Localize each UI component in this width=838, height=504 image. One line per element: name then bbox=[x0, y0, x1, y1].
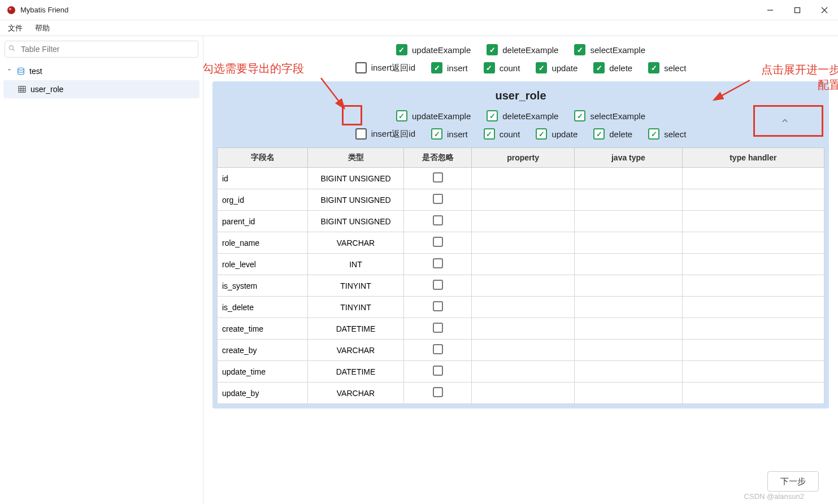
cell-property[interactable] bbox=[472, 297, 575, 318]
close-button[interactable] bbox=[811, 0, 838, 20]
panel-checkbox-updateExample[interactable]: ✓updateExample bbox=[396, 110, 471, 121]
next-button[interactable]: 下一步 bbox=[767, 471, 819, 492]
cell-javatype[interactable] bbox=[575, 383, 682, 404]
table-row[interactable]: is_deleteTINYINT bbox=[218, 297, 824, 318]
checkbox-insertReturnId[interactable]: insert返回id bbox=[355, 62, 415, 73]
cell-ignore[interactable] bbox=[404, 168, 472, 189]
cell-typehandler[interactable] bbox=[682, 275, 824, 297]
checkbox-icon[interactable] bbox=[433, 215, 443, 225]
checkbox-icon[interactable] bbox=[433, 237, 443, 247]
tree-database-node[interactable]: ⌃ test bbox=[0, 62, 203, 80]
checkbox-icon[interactable] bbox=[433, 323, 443, 333]
checkbox-icon[interactable] bbox=[433, 387, 443, 397]
table-row[interactable]: role_levelINT bbox=[218, 254, 824, 275]
cell-typehandler[interactable] bbox=[682, 383, 824, 404]
checkbox-delete[interactable]: ✓delete bbox=[593, 62, 632, 73]
table-filter-input[interactable] bbox=[5, 41, 198, 58]
cell-property[interactable] bbox=[472, 254, 575, 275]
cell-ignore[interactable] bbox=[404, 189, 472, 211]
expand-button[interactable] bbox=[751, 110, 819, 132]
title-bar: Mybatis Friend bbox=[0, 0, 838, 20]
cell-javatype[interactable] bbox=[575, 318, 682, 340]
maximize-button[interactable] bbox=[784, 0, 811, 20]
cell-ignore[interactable] bbox=[404, 318, 472, 340]
checkbox-icon[interactable] bbox=[433, 301, 443, 311]
checkbox-icon[interactable] bbox=[433, 194, 443, 204]
cell-ignore[interactable] bbox=[404, 275, 472, 297]
cell-javatype[interactable] bbox=[575, 340, 682, 361]
cell-javatype[interactable] bbox=[575, 168, 682, 189]
panel-checkbox-insertReturnId[interactable]: insert返回id bbox=[355, 128, 415, 140]
cell-ignore[interactable] bbox=[404, 254, 472, 275]
table-row[interactable]: update_byVARCHAR bbox=[218, 383, 824, 404]
cell-typehandler[interactable] bbox=[682, 254, 824, 275]
cell-ignore[interactable] bbox=[404, 232, 472, 254]
checkbox-select[interactable]: ✓select bbox=[648, 62, 686, 73]
menu-file[interactable]: 文件 bbox=[8, 23, 23, 33]
cell-property[interactable] bbox=[472, 168, 575, 189]
table-row[interactable]: update_timeDATETIME bbox=[218, 361, 824, 383]
cell-typehandler[interactable] bbox=[682, 168, 824, 189]
table-row[interactable]: parent_idBIGINT UNSIGNED bbox=[218, 211, 824, 232]
checkbox-selectExample[interactable]: ✓selectExample bbox=[574, 44, 645, 55]
cell-javatype[interactable] bbox=[575, 361, 682, 383]
cell-property[interactable] bbox=[472, 275, 575, 297]
panel-checkbox-insert[interactable]: ✓insert bbox=[431, 128, 468, 140]
cell-javatype[interactable] bbox=[575, 232, 682, 254]
cell-type: TINYINT bbox=[308, 297, 404, 318]
cell-type: BIGINT UNSIGNED bbox=[308, 189, 404, 211]
cell-ignore[interactable] bbox=[404, 361, 472, 383]
cell-javatype[interactable] bbox=[575, 211, 682, 232]
panel-checkbox-delete[interactable]: ✓delete bbox=[593, 128, 632, 140]
checkbox-icon[interactable] bbox=[433, 172, 443, 183]
checkbox-insert[interactable]: ✓insert bbox=[431, 62, 468, 73]
cell-javatype[interactable] bbox=[575, 275, 682, 297]
checkbox-deleteExample[interactable]: ✓deleteExample bbox=[487, 44, 558, 55]
checkbox-icon[interactable] bbox=[433, 280, 443, 290]
cell-typehandler[interactable] bbox=[682, 232, 824, 254]
table-row[interactable]: create_timeDATETIME bbox=[218, 318, 824, 340]
cell-typehandler[interactable] bbox=[682, 297, 824, 318]
cell-property[interactable] bbox=[472, 211, 575, 232]
cell-property[interactable] bbox=[472, 383, 575, 404]
cell-typehandler[interactable] bbox=[682, 189, 824, 211]
cell-typehandler[interactable] bbox=[682, 211, 824, 232]
table-row[interactable]: is_systemTINYINT bbox=[218, 275, 824, 297]
panel-checkbox-deleteExample[interactable]: ✓deleteExample bbox=[487, 110, 558, 121]
global-options-row-1: ✓updateExample ✓deleteExample ✓selectExa… bbox=[212, 41, 829, 59]
cell-ignore[interactable] bbox=[404, 297, 472, 318]
cell-typehandler[interactable] bbox=[682, 318, 824, 340]
cell-property[interactable] bbox=[472, 361, 575, 383]
cell-property[interactable] bbox=[472, 318, 575, 340]
cell-javatype[interactable] bbox=[575, 254, 682, 275]
checkbox-icon[interactable] bbox=[433, 366, 443, 376]
checkbox-updateExample[interactable]: ✓updateExample bbox=[396, 44, 471, 55]
cell-javatype[interactable] bbox=[575, 189, 682, 211]
cell-ignore[interactable] bbox=[404, 211, 472, 232]
panel-checkbox-selectExample[interactable]: ✓selectExample bbox=[574, 110, 645, 121]
panel-checkbox-count[interactable]: ✓count bbox=[484, 128, 520, 140]
cell-javatype[interactable] bbox=[575, 297, 682, 318]
cell-property[interactable] bbox=[472, 189, 575, 211]
menu-help[interactable]: 帮助 bbox=[35, 23, 50, 33]
checkbox-count[interactable]: ✓count bbox=[484, 62, 520, 73]
checkbox-icon[interactable] bbox=[433, 258, 443, 268]
cell-ignore[interactable] bbox=[404, 383, 472, 404]
cell-property[interactable] bbox=[472, 232, 575, 254]
panel-checkbox-update[interactable]: ✓update bbox=[536, 128, 578, 140]
cell-property[interactable] bbox=[472, 340, 575, 361]
minimize-button[interactable] bbox=[757, 0, 784, 20]
cell-typehandler[interactable] bbox=[682, 340, 824, 361]
table-row[interactable]: role_nameVARCHAR bbox=[218, 232, 824, 254]
tree-table-node[interactable]: user_role bbox=[3, 80, 199, 98]
table-row[interactable]: org_idBIGINT UNSIGNED bbox=[218, 189, 824, 211]
cell-ignore[interactable] bbox=[404, 340, 472, 361]
panel-checkbox-select[interactable]: ✓select bbox=[648, 128, 686, 140]
table-row[interactable]: idBIGINT UNSIGNED bbox=[218, 168, 824, 189]
app-icon bbox=[7, 6, 16, 15]
checkbox-icon[interactable] bbox=[433, 344, 443, 354]
cell-typehandler[interactable] bbox=[682, 361, 824, 383]
table-row[interactable]: create_byVARCHAR bbox=[218, 340, 824, 361]
tree: ⌃ test user_role bbox=[0, 60, 203, 98]
checkbox-update[interactable]: ✓update bbox=[536, 62, 578, 73]
